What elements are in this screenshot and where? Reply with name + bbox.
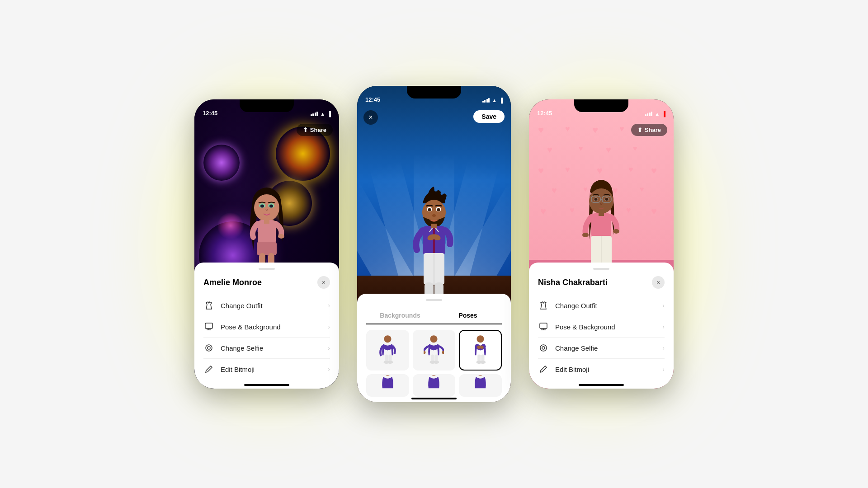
right-sheet-handle [593,268,609,270]
pose-4-svg [377,374,398,397]
heart-10: ♥ [538,165,544,177]
left-menu-edit-bitmoji[interactable]: Edit Bitmoji › [203,359,330,380]
svg-point-37 [384,335,391,343]
left-menu-pose-background[interactable]: Pose & Background › [203,316,330,338]
svg-point-82 [540,345,547,351]
center-home-indicator [411,398,457,399]
tab-backgrounds[interactable]: Backgrounds [366,307,434,324]
heart-14: ♥ [651,165,657,177]
right-menu-pose-background[interactable]: Pose & Background › [538,316,665,338]
left-time: 12:45 [203,110,217,117]
signal-bar-1 [311,114,312,116]
svg-point-41 [387,361,393,364]
left-edit-label: Edit Bitmoji [221,366,328,373]
edit-icon-left [203,364,214,375]
left-home-indicator [244,384,289,386]
svg-point-26 [432,214,436,217]
left-sheet-handle [259,268,275,270]
pose-arrow-left: › [328,323,330,330]
svg-rect-28 [431,224,437,228]
right-close-button[interactable]: × [652,276,665,289]
svg-point-20 [208,347,210,349]
svg-rect-6 [258,220,276,245]
edit-icon-right [538,364,549,375]
svg-point-48 [442,351,444,354]
svg-point-42 [430,335,438,343]
center-battery: ▐ [499,98,503,103]
svg-point-25 [437,208,440,211]
left-signal [311,112,318,116]
x-icon: × [368,113,373,122]
pose-item-6[interactable] [459,374,502,397]
right-battery: ▐ [662,111,665,117]
heart-7: ♥ [579,145,583,153]
pose-3-svg [470,335,491,366]
heart-8: ♥ [606,145,611,155]
right-user-name: Nisha Chakrabarti [538,278,608,287]
left-phone: 12:45 ▲ ▐ ⬆ Share [194,99,339,389]
svg-rect-68 [599,211,604,216]
right-menu-change-outfit[interactable]: Change Outfit › [538,295,665,316]
right-menu-edit-bitmoji[interactable]: Edit Bitmoji › [538,359,665,380]
pose-item-4[interactable] [366,374,409,397]
left-menu-change-outfit[interactable]: Change Outfit › [203,295,330,316]
pose-item-3[interactable] [459,330,502,371]
svg-rect-67 [591,213,611,238]
svg-point-70 [613,229,619,234]
outfit-arrow-right: › [662,302,665,309]
left-menu-change-selfie[interactable]: Change Selfie › [203,338,330,359]
tab-poses[interactable]: Poses [434,307,502,324]
pose-arrow-right: › [662,323,665,330]
edit-arrow-left: › [328,366,330,373]
pose-item-5[interactable] [413,374,456,397]
svg-point-49 [477,335,484,343]
svg-point-8 [278,234,284,239]
right-outfit-label: Change Outfit [555,302,662,310]
center-bottom-sheet: Backgrounds Poses [357,294,511,402]
right-menu-change-selfie[interactable]: Change Selfie › [538,338,665,359]
left-wifi: ▲ [320,111,325,117]
right-share-label: Share [645,127,661,133]
firework-2 [203,145,240,181]
svg-point-53 [480,361,486,364]
svg-rect-16 [205,323,212,328]
right-share-button[interactable]: ⬆ Share [631,124,667,136]
pose-5-svg [424,374,444,397]
left-share-button[interactable]: ⬆ Share [297,124,333,136]
right-edit-label: Edit Bitmoji [555,366,662,373]
left-close-button[interactable]: × [317,276,330,289]
selfie-icon-right [538,343,549,353]
center-phone-wrapper: 12:45 ▲ ▐ × Save [357,86,511,402]
pose-item-1[interactable] [366,330,409,371]
tabs-container: Backgrounds Poses [366,307,502,324]
left-outfit-label: Change Outfit [221,302,328,310]
center-time: 12:45 [365,96,380,103]
pose-icon-right [538,321,549,332]
center-save-button[interactable]: Save [473,110,505,123]
right-signal [645,112,653,116]
center-sheet-handle [426,299,442,301]
svg-rect-7 [264,218,269,224]
svg-point-47 [424,351,426,354]
left-status-icons: ▲ ▐ [311,111,331,117]
right-sheet-header: Nisha Chakrabarti × [538,276,665,289]
svg-point-65 [594,198,598,201]
left-pose-label: Pose & Background [221,323,328,331]
outfit-arrow-left: › [328,302,330,309]
selfie-arrow-right: › [662,344,665,352]
svg-rect-9 [257,242,277,255]
pose-6-svg [470,374,491,397]
svg-point-57 [430,374,438,375]
right-wifi: ▲ [655,111,660,117]
svg-point-5 [269,205,273,208]
heart-23: ♥ [651,206,657,217]
signal-bar-4 [316,112,318,116]
center-close-button[interactable]: × [363,110,378,125]
svg-point-56 [384,374,391,375]
outfit-icon-right [538,300,549,311]
svg-point-46 [434,361,439,364]
center-avatar-svg [398,183,470,310]
right-pose-label: Pose & Background [555,323,662,331]
selfie-arrow-left: › [328,344,330,352]
pose-item-2[interactable] [413,330,456,371]
